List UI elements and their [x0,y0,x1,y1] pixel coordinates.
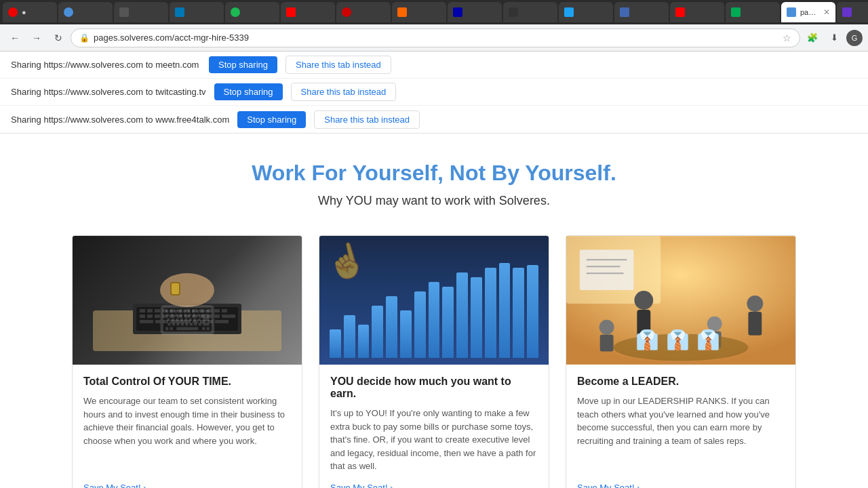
stop-sharing-button-1[interactable]: Stop sharing [209,56,277,73]
tab-active[interactable]: pages.solveres.com ✕ [781,2,835,22]
svg-rect-18 [170,314,175,318]
bar-15 [527,265,538,358]
download-icon[interactable]: ⬇ [825,28,844,47]
tab-6[interactable] [281,2,335,22]
sharing-text-2: Sharing https://www.solveres.com to twit… [11,87,206,97]
card-time-body: Total Control Of YOUR TIME. We encourage… [73,365,302,488]
card-time: Total Control Of YOUR TIME. We encourage… [72,235,302,488]
page-content: Work For Yourself, Not By Yourself. Why … [27,134,841,488]
tab-11[interactable] [559,2,613,22]
extensions-icon[interactable]: 🧩 [803,28,822,47]
stop-sharing-button-3[interactable]: Stop sharing [237,111,306,128]
bookmark-icon[interactable]: ☆ [783,33,791,43]
card-time-image [73,236,302,365]
svg-rect-12 [214,309,220,312]
nav-actions: 🧩 ⬇ G [803,28,863,47]
address-text: pages.solveres.com/acct-mgr-hire-5339 [94,33,778,43]
sharing-bars: Sharing https://www.solveres.com to meet… [0,52,868,134]
tab-5[interactable] [225,2,279,22]
cards-row: Total Control Of YOUR TIME. We encourage… [41,235,827,488]
back-button[interactable]: ← [5,28,24,47]
svg-rect-30 [193,320,198,323]
tab-2[interactable] [58,2,113,22]
svg-rect-13 [222,309,227,312]
bar-3 [358,325,370,358]
tab-10[interactable] [503,2,557,22]
svg-rect-17 [162,314,167,318]
bar-4 [372,306,383,358]
svg-rect-26 [140,320,153,323]
svg-rect-7 [177,309,182,312]
card-leader-title: Become a LEADER. [577,375,785,388]
card-time-link[interactable]: Save My Seat! › [83,483,291,489]
tab-4[interactable] [170,2,224,22]
bar-13 [499,263,511,358]
svg-rect-27 [155,320,161,323]
sharing-text-1: Sharing https://www.solveres.com to meet… [11,60,201,70]
forward-button[interactable]: → [27,28,46,47]
svg-rect-28 [163,320,168,323]
sharing-row-3: Sharing https://www.solveres.com to www.… [0,106,868,133]
svg-point-49 [747,296,763,312]
tab-13[interactable] [670,2,724,22]
svg-rect-44 [637,310,650,337]
card-earn-text: It's up to YOU! If you're only wanting t… [330,407,538,473]
card-time-text: We encourage our team to set consistent … [83,394,291,473]
svg-rect-9 [192,309,197,312]
svg-rect-29 [170,320,191,323]
stop-sharing-button-2[interactable]: Stop sharing [214,83,283,100]
bar-6 [400,310,412,358]
share-instead-button-3[interactable]: Share this tab instead [314,110,420,129]
svg-rect-19 [177,314,182,318]
tab-close-icon[interactable]: ✕ [823,7,830,17]
sharing-text-3: Sharing https://www.solveres.com to www.… [11,115,229,125]
svg-point-47 [707,317,722,331]
bar-7 [414,291,426,358]
svg-point-43 [634,291,653,310]
svg-rect-21 [192,314,197,318]
sharing-row-2: Sharing https://www.solveres.com to twit… [0,79,868,106]
browser-chrome: ● [0,0,868,52]
tab-9[interactable] [448,2,502,22]
bar-5 [386,296,397,358]
svg-rect-11 [207,309,212,312]
svg-rect-5 [162,309,167,312]
svg-rect-31 [200,320,205,323]
svg-rect-14 [140,314,145,318]
svg-rect-46 [600,335,614,352]
svg-rect-10 [199,309,205,312]
tab-16[interactable] [837,2,868,22]
card-leader-link[interactable]: Save My Seat! › [577,483,785,489]
svg-rect-50 [748,312,762,336]
share-instead-button-1[interactable]: Share this tab instead [285,56,391,74]
svg-point-45 [599,320,614,335]
bar-12 [485,268,496,358]
hero-title: Work For Yourself, Not By Yourself. [41,161,827,186]
svg-rect-39 [580,249,634,290]
card-earn: ☝ YOU decide how much you want to earn. … [319,235,549,488]
tab-8[interactable] [392,2,446,22]
card-leader-text: Move up in our LEADERSHIP RANKS. If you … [577,394,785,473]
svg-rect-23 [207,314,212,318]
tab-1[interactable]: ● [3,2,57,22]
card-time-title: Total Control Of YOUR TIME. [83,375,291,388]
card-earn-body: YOU decide how much you want to earn. It… [319,365,549,488]
card-leader-image [566,236,795,365]
bar-14 [513,268,524,358]
tab-12[interactable] [614,2,669,22]
svg-rect-32 [208,320,213,323]
bar-11 [471,277,482,358]
tab-3[interactable] [114,2,168,22]
tab-7[interactable] [336,2,391,22]
svg-rect-22 [199,314,205,318]
bar-9 [442,287,454,358]
address-bar[interactable]: 🔒 pages.solveres.com/acct-mgr-hire-5339 … [71,28,800,47]
tab-14[interactable] [726,2,780,22]
card-earn-link[interactable]: Save My Seat! › [330,483,538,489]
bar-10 [456,272,468,358]
account-icon[interactable]: G [846,30,863,46]
reload-button[interactable]: ↻ [49,28,68,47]
card-earn-title: YOU decide how much you want to earn. [330,375,538,400]
svg-rect-24 [214,314,220,318]
share-instead-button-2[interactable]: Share this tab instead [291,83,397,101]
